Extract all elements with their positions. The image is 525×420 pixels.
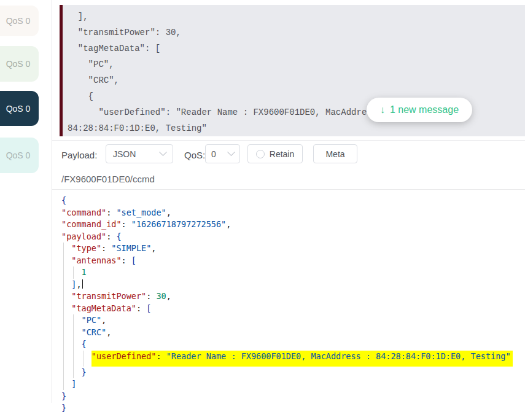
retain-label: Retain — [270, 149, 294, 159]
meta-label: Meta — [325, 149, 344, 159]
section-divider — [52, 189, 525, 190]
message-chip-qos[interactable]: QoS 0 — [0, 138, 39, 173]
code-line[interactable]: "payload": { — [61, 231, 523, 243]
payload-type-select[interactable]: JSON — [106, 144, 173, 163]
radio-icon[interactable] — [256, 150, 265, 158]
code-line[interactable]: } — [61, 402, 523, 414]
message-line: ], — [68, 9, 525, 25]
sidebar-divider — [52, 0, 52, 403]
code-line[interactable]: ] — [61, 378, 523, 391]
message-line: "PC", — [68, 56, 525, 72]
message-line: "transmitPower": 30, — [68, 25, 525, 41]
code-line[interactable]: "antennas": [ — [61, 255, 523, 267]
payload-label: Payload: — [61, 150, 97, 160]
section-divider — [52, 140, 525, 141]
code-line[interactable]: ], — [61, 279, 523, 291]
payload-type-value: JSON — [113, 149, 136, 159]
chevron-down-icon — [227, 148, 235, 156]
qos-select[interactable]: 0 — [205, 144, 240, 163]
qos-badge: QoS 0 — [0, 104, 30, 114]
meta-button[interactable]: Meta — [313, 144, 357, 163]
highlighted-code: "userDefined": "Reader Name : FX9600F01D… — [91, 351, 513, 367]
message-line: "tagMetaData": [ — [68, 41, 525, 56]
qos-value: 0 — [211, 149, 216, 159]
code-line[interactable]: } — [61, 367, 523, 379]
message-chip-qos[interactable]: QoS 0 — [0, 6, 39, 36]
code-line[interactable]: "transmitPower": 30, — [61, 290, 523, 303]
code-line[interactable]: "userDefined": "Reader Name : FX9600F01D… — [61, 351, 523, 367]
code-line[interactable]: { — [61, 195, 523, 207]
retain-toggle[interactable]: Retain — [247, 144, 303, 163]
code-line[interactable]: } — [61, 391, 523, 403]
code-line[interactable]: 1 — [61, 266, 523, 279]
qos-badge: QoS 0 — [0, 150, 30, 160]
chevron-down-icon — [159, 148, 167, 156]
code-line[interactable]: "command_id": "16266718797272556", — [61, 219, 523, 231]
code-line[interactable]: "PC", — [61, 314, 523, 327]
message-line: 84:28:84:F0:1D:E0, Testing" — [68, 120, 525, 136]
new-message-button[interactable]: ↓ 1 new message — [367, 98, 472, 122]
code-line[interactable]: "CRC", — [61, 327, 523, 339]
code-editor-lines: {"command": "set_mode","command_id": "16… — [61, 195, 523, 414]
code-line[interactable]: { — [61, 338, 523, 351]
message-chip-qos[interactable]: QoS 0 — [0, 46, 39, 82]
topic-input[interactable]: /FX9600F01DE0/ccmd — [61, 174, 155, 184]
code-line[interactable]: "command": "set_mode", — [61, 207, 523, 219]
text-cursor — [82, 279, 84, 289]
qos-badge: QoS 0 — [0, 59, 30, 69]
qos-label: QoS: — [184, 150, 205, 160]
payload-code-editor[interactable]: {"command": "set_mode","command_id": "16… — [61, 195, 523, 416]
code-line[interactable]: "tagMetaData": [ — [61, 303, 523, 315]
message-line: "CRC", — [68, 72, 525, 88]
qos-badge: QoS 0 — [0, 16, 30, 26]
message-chip-qos-selected[interactable]: QoS 0 — [0, 91, 39, 126]
new-message-label: 1 new message — [390, 104, 459, 115]
code-line[interactable]: "type": "SIMPLE", — [61, 243, 523, 255]
arrow-down-icon: ↓ — [380, 104, 385, 115]
